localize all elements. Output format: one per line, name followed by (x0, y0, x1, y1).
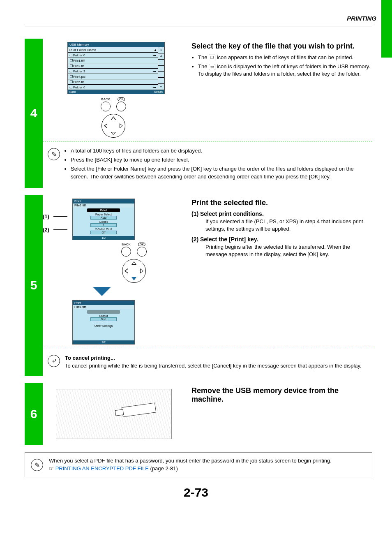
control-panel: BACK OK (109, 243, 159, 283)
print-settings-screen-2: Print File1.tiff Output Sort Other Setti… (72, 300, 135, 345)
step-5: 5 (1) (2) Print File1.tiff Print Paper S… (25, 195, 392, 376)
step-number: 5 (25, 195, 43, 376)
list-item: ❐File4.pcl (68, 74, 158, 79)
screen-page: 1/2 (73, 236, 134, 240)
note-bullet: A total of 100 keys of files and folders… (71, 147, 372, 155)
cancel-note: ⤶ To cancel printing... To cancel printi… (43, 352, 372, 372)
dashed-divider (43, 348, 372, 348)
sub-text: Printing begins after the selected file … (205, 243, 372, 258)
field-label: Output (74, 314, 134, 317)
ok-button[interactable] (116, 102, 126, 111)
bullet: The ▭ icon is displayed to the left of k… (198, 63, 372, 78)
scroll-down-icon: ▾ (158, 84, 164, 90)
more-icon: ••• (153, 69, 157, 73)
screen-title: Print (73, 199, 134, 204)
field-value: Off (90, 231, 117, 234)
header-rule (25, 26, 372, 26)
more-icon: ••• (153, 53, 157, 57)
cancel-heading: To cancel printing... (65, 355, 115, 361)
step-title: Select the key of the file that you wish… (191, 42, 372, 51)
step-6: 6 Remove the USB memory device from the … (25, 383, 392, 445)
print-button: Print (87, 208, 120, 212)
control-panel: BACK OK (89, 97, 138, 138)
step-title: Print the selected file. (191, 199, 372, 207)
field-value: 1 (90, 223, 117, 227)
file-icon: ❐ (69, 75, 73, 79)
list-item: ❐File1.tiff (68, 58, 158, 63)
sub-text: If you selected a file (PCL, PS, or XPS)… (205, 218, 372, 233)
callout-1: (1) (43, 213, 49, 220)
field-label: Paper Select (74, 213, 134, 216)
scroll-sidebar: 1 4 ▾ (158, 47, 164, 90)
callout-2: (2) (43, 227, 49, 233)
note-bullet: Select the [File or Folder Name] key and… (71, 165, 372, 180)
ok-label: OK (138, 243, 145, 246)
more-icon: ••• (153, 86, 157, 89)
file-icon: ❐ (69, 80, 73, 84)
note: ✎ A total of 100 keys of files and folde… (43, 145, 372, 185)
step-number: 4 (25, 39, 43, 188)
back-button[interactable] (101, 102, 111, 111)
pencil-note-icon: ✎ (48, 148, 60, 160)
direction-pad[interactable] (122, 259, 146, 283)
direction-pad[interactable] (101, 114, 125, 138)
print-settings-screen-1: Print File1.tiff Print Paper Select Auto… (72, 199, 135, 240)
pointer-icon: ☞ (49, 465, 54, 472)
list-item: ▭Folder 6••• (68, 85, 158, 90)
list-item: ❐File2.tif (68, 63, 158, 69)
page-number: 2-73 (0, 486, 392, 500)
note-bullet: Press the [BACK] key to move up one fold… (71, 156, 372, 164)
folder-icon: ▭ (69, 53, 73, 57)
sort-icon: ▲ (154, 48, 157, 52)
footer-note: ✎ When you select a PDF file that has a … (25, 452, 372, 477)
current-file: File1.tiff (73, 204, 134, 208)
step-title: Remove the USB memory device from the ma… (191, 386, 372, 404)
remove-usb-illustration (56, 389, 172, 439)
page-header-section: PRINTING (0, 0, 392, 23)
list-item: ▭Folder 3••• (68, 69, 158, 74)
accent-bar (381, 0, 392, 58)
list-item: ❐File5.tif (68, 79, 158, 85)
back-button[interactable] (121, 247, 131, 257)
sub-heading: (2) Select the [Print] key. (191, 236, 372, 243)
field-label: 2-Sided Print (74, 228, 134, 231)
sub-heading: (1) Select print conditions. (191, 210, 372, 217)
folder-icon: ▭ (69, 69, 73, 73)
back-label: BACK (101, 97, 111, 101)
arrow-down-icon (93, 287, 111, 296)
folder-icon: ▭ (209, 64, 215, 70)
screen-title: USB Memory (68, 42, 164, 47)
screen-page: 2/2 (73, 340, 134, 344)
field-value: Sort (90, 317, 117, 321)
other-settings: Other Settings (74, 324, 134, 327)
usb-file-list-screen: USB Memory ile or Folder Name ▲ ▭Folder … (67, 42, 165, 94)
ok-label: OK (118, 97, 125, 101)
file-icon: ❐ (69, 64, 73, 68)
dashed-divider (43, 141, 372, 141)
printable-file-icon: ❐ (209, 55, 215, 61)
cancel-text: To cancel printing while the file is bei… (65, 363, 362, 369)
current-file: File1.tiff (73, 305, 134, 309)
ok-button[interactable] (137, 247, 147, 257)
field-value: Auto (90, 216, 117, 220)
screen-title: Print (73, 301, 134, 305)
screen-footer: Back Return (68, 90, 164, 94)
file-icon: ❐ (69, 59, 73, 62)
column-header: ile or Folder Name ▲ (68, 47, 158, 53)
field-label: Copies (74, 220, 134, 223)
list-item: ▭Folder 0••• (68, 53, 158, 58)
bullet: The ❐ icon appears to the left of keys o… (198, 54, 372, 61)
back-note-icon: ⤶ (48, 355, 60, 367)
usb-stick-icon (122, 402, 157, 417)
step-number: 6 (25, 383, 43, 445)
back-label: BACK (121, 243, 131, 246)
pencil-note-icon: ✎ (31, 459, 43, 471)
folder-icon: ▭ (69, 86, 73, 89)
step-4: 4 USB Memory ile or Folder Name ▲ ▭Folde… (25, 39, 392, 188)
encrypted-pdf-link[interactable]: PRINTING AN ENCRYPTED PDF FILE (55, 465, 149, 472)
